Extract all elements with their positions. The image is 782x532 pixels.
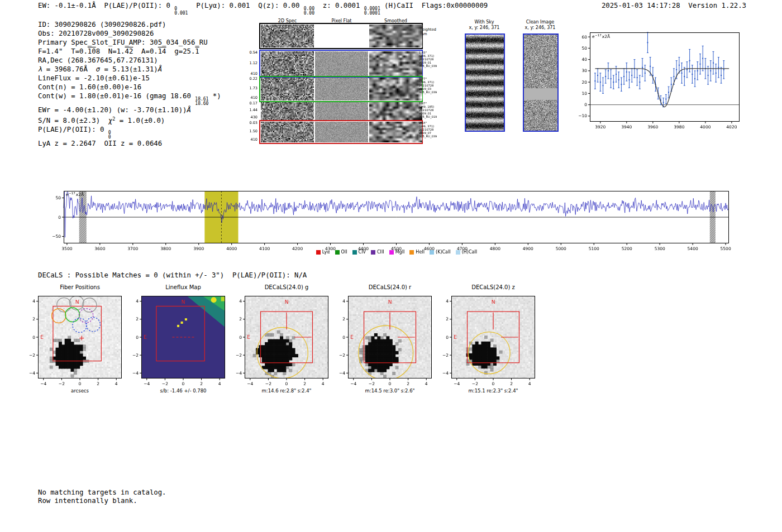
info-line: P(LAE)/P(OII): 0 00 bbox=[38, 125, 221, 139]
cutout-fiber-positions bbox=[23, 294, 125, 387]
spec2d-image bbox=[369, 102, 422, 120]
spec2d-image bbox=[315, 122, 368, 142]
cutout-sub-decals-z: m:15.1 re:2.3" s:2.4" bbox=[451, 388, 535, 394]
spec2d-right-label: 2.64"(246, 371)20210728v009_07305_RU_039 bbox=[419, 121, 437, 138]
info-line: RA,Dec (268.367645,67.276131) bbox=[38, 56, 221, 65]
spec2d-right-label: 1.43"(246, 371)20210728v009_01305_RU_039 bbox=[419, 51, 437, 68]
spec2d-image bbox=[315, 51, 368, 76]
spec2d-image bbox=[261, 102, 314, 120]
with-sky-coords: x, y: 246, 371 bbox=[464, 25, 505, 31]
legend-swatch bbox=[316, 250, 321, 255]
cutout-decals-r bbox=[333, 294, 435, 387]
spec2d-right-label: 1.77"(246, 371)20210728v009_03305_RU_039 bbox=[419, 77, 437, 94]
spec2d-left-label: 1.73 bbox=[243, 87, 258, 90]
spec2d-image bbox=[369, 51, 422, 76]
with-sky-title: With Sky x, y: 246, 371 bbox=[464, 20, 505, 31]
legend-item: (K)CaII bbox=[430, 250, 451, 255]
cutout-title-fiber: Fiber Positions bbox=[38, 284, 122, 290]
legend-item: Lyα bbox=[316, 250, 330, 255]
info-line: F=1.4" T=0.108 N=1.42 A=0.14 g=25.1 bbox=[38, 47, 221, 56]
with-sky-label: With Sky bbox=[464, 20, 505, 25]
spec2d-left-label: 0.17 bbox=[243, 102, 258, 106]
cutout-title-decals-r: DECaLS(24.0) r bbox=[348, 284, 432, 290]
cutout-title-decals-g: DECaLS(24.0) g bbox=[245, 284, 328, 290]
spec2d-image bbox=[261, 51, 314, 76]
timestamp-version: 2025-01-03 14:17:28 Version 1.22.3 bbox=[602, 2, 746, 11]
spec2d-left-label: 0.54 bbox=[243, 51, 258, 55]
clean-image-title: Clean Image x, y: 246, 371 bbox=[519, 20, 561, 31]
legend-swatch bbox=[409, 250, 414, 255]
spec2d-left-label: 1.12 bbox=[243, 61, 258, 65]
spec2d-left-label: 430 bbox=[243, 116, 258, 119]
spec2d-image bbox=[369, 25, 422, 47]
cutout-sub-decals-g: m:14.6 re:2.8" s:2.4" bbox=[245, 388, 328, 394]
footer-line-2: Row intentionally blank. bbox=[38, 497, 137, 506]
spec2d-right-label: 1.87"(249, 185)20210728v009_01305_RU_019 bbox=[419, 102, 437, 118]
cutout-decals-z bbox=[437, 294, 538, 387]
info-line: LineFlux = -2.10(±0.61)e-15 bbox=[38, 74, 221, 83]
spectrum-legend: LyαOIICIVCIIIMgIIHeII(K)CaII(H)CaII bbox=[64, 250, 729, 255]
cutout-sub-fiber: arcsecs bbox=[38, 388, 122, 394]
legend-item: OII bbox=[335, 250, 347, 255]
spec2d-left-label: 1.44 bbox=[243, 108, 258, 112]
spec2d-left-label: 1.50 bbox=[243, 130, 258, 133]
header-summary-line: EW: -0.1±-0.1Å P(LAE)/P(OII): 0 00.001 P… bbox=[38, 2, 488, 15]
legend-swatch bbox=[371, 250, 375, 255]
spec2d-image bbox=[315, 78, 368, 100]
spec2d-image bbox=[315, 102, 368, 120]
cutout-title-decals-z: DECaLS(24.0) z bbox=[451, 284, 535, 290]
spec2d-image bbox=[261, 122, 314, 142]
info-line: Obs: 20210728v009_3090290826 bbox=[38, 29, 221, 38]
info-line: EWr = -4.00(±1.20) (w: -3.70(±1.10))Å bbox=[38, 106, 221, 114]
cutout-sub-decals-r: m:14.5 re:3.0" s:2.6" bbox=[348, 388, 432, 394]
legend-swatch bbox=[389, 250, 394, 255]
cutout-sub-lineflux: s/b: -1.46 +/- 0.780 bbox=[141, 388, 225, 394]
legend-swatch bbox=[430, 250, 434, 255]
full-spectrum-plot bbox=[44, 189, 733, 252]
info-line: Cont(w) = 1.80(±0.01)e-16 (gmag 18.60 18… bbox=[38, 92, 221, 106]
spec2d-image bbox=[369, 122, 422, 142]
zoom-spectrum-plot bbox=[575, 29, 743, 131]
legend-swatch bbox=[456, 250, 460, 255]
cutout-title-lineflux: Lineflux Map bbox=[141, 284, 225, 290]
info-line: Primary Spec_Slot_IFU_AMP: 305_034_056_R… bbox=[38, 38, 221, 47]
clean-image-label: Clean Image bbox=[519, 20, 561, 25]
spec2d-left-label: 410 bbox=[243, 138, 258, 142]
spec2d-left-label: 0.22 bbox=[243, 77, 258, 81]
legend-swatch bbox=[352, 250, 357, 255]
cutout-decals-g bbox=[230, 294, 332, 387]
elixer-report-page: EW: -0.1±-0.1Å P(LAE)/P(OII): 0 00.001 P… bbox=[0, 0, 782, 532]
legend-item: (H)CaII bbox=[456, 250, 477, 255]
spec2d-image bbox=[261, 78, 314, 100]
cutout-lineflux-map bbox=[127, 294, 228, 387]
info-line: λ = 3968.76Å σ = 5.13(±1.31)Å bbox=[38, 65, 221, 74]
with-sky-image bbox=[465, 33, 505, 132]
decals-matches-line: DECaLS : Possible Matches = 0 (within +/… bbox=[38, 271, 307, 280]
spec2d-left-label: 410 bbox=[243, 72, 258, 76]
info-line: S/N = 8.0(±2.3) χ2 = 1.0(±0.0) bbox=[38, 114, 221, 125]
spec2d-left-label: 410 bbox=[243, 96, 258, 100]
spec2d-left-label: 0.03 bbox=[243, 121, 258, 125]
info-line: LyA z = 2.2647 OII z = 0.0646 bbox=[38, 139, 221, 148]
legend-swatch bbox=[335, 250, 340, 255]
clean-image-coords: x, y: 246, 371 bbox=[519, 25, 561, 31]
clean-image bbox=[523, 33, 559, 132]
detection-info-block: ID: 3090290826 (3090290826.pdf)Obs: 2021… bbox=[38, 20, 221, 148]
legend-item: CIV bbox=[352, 250, 366, 255]
spec2d-image bbox=[315, 25, 368, 47]
footer-line-1: No matching targets in catalog. bbox=[38, 488, 166, 497]
info-line: ID: 3090290826 (3090290826.pdf) bbox=[38, 20, 221, 29]
spec2d-image bbox=[369, 78, 422, 100]
legend-item: HeII bbox=[409, 250, 425, 255]
legend-item: CIII bbox=[371, 250, 384, 255]
spec2d-image bbox=[261, 25, 314, 47]
info-line: Cont(n) = 1.60(±0.00)e-16 bbox=[38, 83, 221, 92]
legend-item: MgII bbox=[389, 250, 405, 255]
